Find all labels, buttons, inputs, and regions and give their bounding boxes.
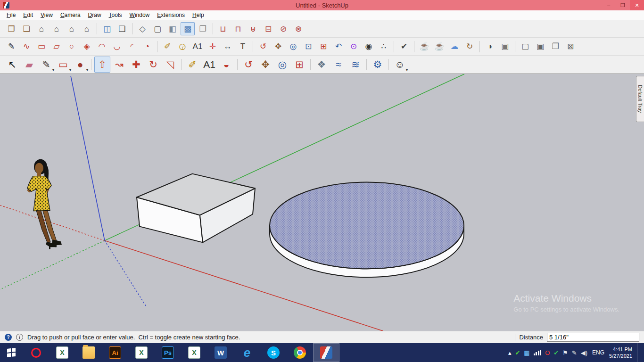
zoom-extents-tool-tool-button[interactable]: ⊞: [291, 57, 307, 73]
rotate-tool-button[interactable]: ↻: [145, 57, 161, 73]
circle-tool-tool-button[interactable]: ●▾: [72, 57, 88, 73]
sandbox-tool-button[interactable]: ≋: [347, 57, 363, 73]
account-dropdown-arrow[interactable]: ▾: [406, 68, 408, 72]
window-lock-tool-button[interactable]: ⊠: [563, 40, 578, 53]
menu-file[interactable]: File: [3, 11, 19, 19]
subtract-tool-button[interactable]: ⊟: [261, 22, 275, 35]
view-top-tool-button[interactable]: ❏: [19, 22, 33, 35]
look-around-tool-button[interactable]: ◉: [362, 40, 376, 53]
tray-opera-tray[interactable]: O: [545, 350, 550, 356]
position-camera-tool-button[interactable]: ⊙: [347, 40, 361, 53]
info-icon[interactable]: i: [16, 334, 23, 341]
hidden-line-tool-button[interactable]: ▢: [150, 22, 165, 35]
pie-tool-button[interactable]: ◔: [140, 40, 154, 53]
tray-flag[interactable]: ⚑: [562, 350, 568, 356]
taskbar-illustrator[interactable]: Ai: [102, 343, 128, 362]
text-tool-tool-button[interactable]: A1: [201, 57, 217, 73]
monochrome-tool-button[interactable]: ❐: [196, 22, 210, 35]
tray-volume[interactable]: ◀): [581, 350, 587, 356]
model-viewport[interactable]: Activate Windows Go to PC settings to ac…: [0, 74, 644, 331]
box-shape[interactable]: [137, 174, 255, 243]
line-tool-dropdown-arrow[interactable]: ▾: [52, 68, 54, 72]
circle-tool-button[interactable]: ○: [65, 40, 79, 53]
taskbar-excel[interactable]: X: [49, 343, 75, 362]
orbit-tool-tool-button[interactable]: ↺: [240, 57, 256, 73]
push-pull-tool-button[interactable]: ⇧: [94, 57, 110, 73]
account-tool-button[interactable]: ☺▾: [392, 57, 408, 73]
back-edges-tool-button[interactable]: ❑: [115, 22, 129, 35]
extension-settings-tool-button[interactable]: ⚙: [370, 57, 386, 73]
view-front-tool-button[interactable]: ⌂: [34, 22, 49, 35]
window-export-tool-button[interactable]: ❐: [548, 40, 562, 53]
line-tool-tool-button[interactable]: ✎▾: [38, 57, 54, 73]
eraser-tool-button[interactable]: ▰: [21, 57, 37, 73]
window-image-tool-button[interactable]: ▣: [533, 40, 547, 53]
language-indicator[interactable]: ENG: [592, 349, 604, 356]
zoom-tool-button[interactable]: ◎: [286, 40, 300, 53]
view-left-tool-button[interactable]: ⌂: [80, 22, 94, 35]
match-photo-tool-button[interactable]: ▣: [498, 40, 512, 53]
model-info-tool-button[interactable]: ❖: [314, 57, 330, 73]
maximize-button[interactable]: ❐: [616, 0, 630, 10]
taskbar-edge[interactable]: e: [234, 343, 260, 362]
zoom-window-tool-button[interactable]: ⊡: [301, 40, 315, 53]
menu-tools[interactable]: Tools: [105, 11, 126, 19]
outer-shell-tool-button[interactable]: ⊔: [216, 22, 230, 35]
two-point-arc-tool-button[interactable]: ◡: [110, 40, 124, 53]
pan-tool-tool-button[interactable]: ✥: [257, 57, 273, 73]
taskbar-excel-2[interactable]: X: [128, 343, 155, 362]
freehand-tool-button[interactable]: ∿: [19, 40, 33, 53]
taskbar-file-explorer[interactable]: [75, 343, 102, 362]
protractor-tool-button[interactable]: ◶: [175, 40, 190, 53]
select-tool-button[interactable]: ↖: [4, 57, 20, 73]
taskbar-chrome[interactable]: [287, 343, 313, 362]
menu-window[interactable]: Window: [126, 11, 154, 19]
render-teapot-tool-button[interactable]: ☕: [417, 40, 431, 53]
tray-update[interactable]: ✔: [553, 350, 559, 356]
shaded-with-textures-tool-button[interactable]: ▩: [181, 22, 195, 35]
cylinder-shape[interactable]: [270, 182, 464, 278]
x-ray-tool-button[interactable]: ◫: [100, 22, 114, 35]
shapes-tool-button[interactable]: ▭▾: [55, 57, 71, 73]
trim-tool-button[interactable]: ⊘: [276, 22, 290, 35]
tray-hidden-icons[interactable]: ▴: [508, 350, 512, 356]
measurement-input[interactable]: [547, 333, 639, 342]
cloud-render-tool-button[interactable]: ☁: [447, 40, 462, 53]
shadow-dialog-tool-button[interactable]: ◑: [483, 40, 497, 53]
text-tool-button[interactable]: A1: [190, 40, 205, 53]
default-tray-tab[interactable]: Default Tray: [636, 76, 644, 122]
view-back-tool-button[interactable]: ⌂: [65, 22, 79, 35]
dimensions-tool-button[interactable]: ↔: [221, 40, 235, 53]
taskbar-excel-3[interactable]: X: [181, 343, 207, 362]
extension-check-tool-button[interactable]: ✔: [397, 40, 411, 53]
menu-draw[interactable]: Draw: [84, 11, 105, 19]
walk-tool-button[interactable]: ∴: [377, 40, 391, 53]
orbit-tool-button[interactable]: ↺: [256, 40, 270, 53]
taskbar-opera[interactable]: [23, 343, 49, 362]
taskbar-photoshop[interactable]: Ps: [155, 343, 181, 362]
shaded-tool-button[interactable]: ◧: [165, 22, 180, 35]
wireframe-tool-button[interactable]: ◇: [135, 22, 149, 35]
three-point-arc-tool-button[interactable]: ◜: [125, 40, 139, 53]
tape-measure-tool-tool-button[interactable]: ✐: [184, 57, 200, 73]
intersect-tool-button[interactable]: ⊓: [231, 22, 245, 35]
show-desktop-button[interactable]: [637, 343, 640, 362]
tray-app[interactable]: ▦: [524, 350, 529, 356]
taskbar-sketchup[interactable]: [313, 343, 339, 362]
soften-edges-tool-button[interactable]: ≈: [330, 57, 347, 73]
menu-edit[interactable]: Edit: [19, 11, 37, 19]
move-tool-button[interactable]: ✚: [128, 57, 144, 73]
menu-help[interactable]: Help: [189, 11, 208, 19]
tape-measure-tool-button[interactable]: ✐: [160, 40, 174, 53]
3d-text-tool-button[interactable]: T: [236, 40, 250, 53]
zoom-tool-tool-button[interactable]: ◎: [274, 57, 290, 73]
close-button[interactable]: ✕: [630, 0, 644, 10]
view-iso-tool-button[interactable]: ❒: [4, 22, 18, 35]
tray-pen-input[interactable]: ✎: [572, 350, 577, 356]
shapes-dropdown-arrow[interactable]: ▾: [69, 68, 71, 72]
menu-camera[interactable]: Camera: [57, 11, 84, 19]
render-update-tool-button[interactable]: ↻: [462, 40, 477, 53]
pan-tool-button[interactable]: ✥: [271, 40, 285, 53]
polygon-tool-button[interactable]: ◈: [80, 40, 94, 53]
tray-network[interactable]: [534, 350, 542, 355]
